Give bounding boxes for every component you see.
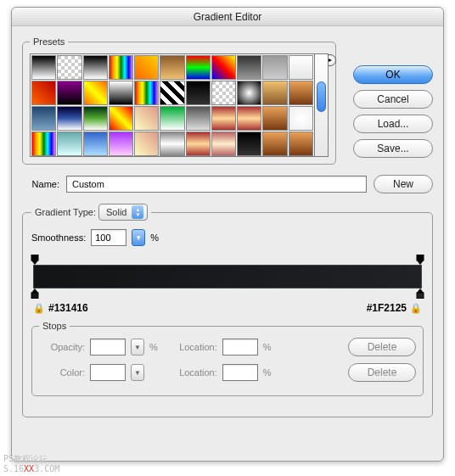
preset-swatch[interactable] [57, 106, 81, 131]
stops-legend: Stops [39, 321, 70, 331]
name-input[interactable] [66, 176, 367, 193]
new-button[interactable]: New [374, 175, 433, 193]
preset-swatch[interactable] [289, 81, 313, 105]
preset-swatch[interactable] [186, 55, 211, 80]
color-label: Color: [39, 367, 85, 378]
preset-swatch[interactable] [237, 55, 261, 80]
smoothness-label: Smoothness: [31, 232, 86, 243]
preset-swatch[interactable] [83, 55, 108, 80]
preset-swatch[interactable] [134, 55, 159, 80]
opacity-dropdown-icon[interactable]: ▼ [131, 339, 144, 356]
svg-marker-3 [417, 260, 424, 265]
right-hex: #1F2125 [367, 302, 407, 314]
opacity-location-input[interactable] [222, 339, 258, 356]
preset-swatch[interactable] [211, 55, 236, 80]
presets-scrollbar[interactable] [315, 53, 329, 157]
preset-swatch[interactable] [237, 132, 261, 156]
preset-swatch[interactable] [186, 132, 211, 156]
preset-swatch[interactable] [134, 106, 159, 131]
color-swatch-input[interactable] [90, 364, 126, 381]
preset-swatch[interactable] [134, 81, 159, 105]
smoothness-dropdown-icon[interactable]: ▼ [132, 229, 145, 246]
svg-marker-4 [31, 288, 38, 293]
presets-fieldset: Presets [22, 36, 336, 165]
color-stop-right[interactable] [416, 288, 424, 299]
chevron-updown-icon: ▲▼ [132, 205, 143, 219]
load-button[interactable]: Load... [353, 115, 433, 133]
opacity-input[interactable] [90, 339, 126, 356]
preset-swatch[interactable] [31, 81, 56, 105]
gradient-type-label: Gradient Type: [35, 207, 96, 217]
gradient-type-legend: Gradient Type: Solid ▲▼ [31, 204, 151, 221]
preset-swatch[interactable] [211, 132, 236, 156]
svg-rect-7 [417, 293, 424, 299]
preset-swatch[interactable] [289, 132, 313, 156]
color-stop-left[interactable] [31, 288, 39, 299]
svg-marker-1 [31, 260, 38, 265]
watermark: PS教程论坛 S.16XX3.COM [0, 452, 63, 476]
gradient-type-fieldset: Gradient Type: Solid ▲▼ Smoothness: ▼ % [22, 204, 433, 417]
preset-swatch[interactable] [262, 106, 287, 131]
preset-swatch[interactable] [109, 132, 133, 156]
dialog-title: Gradient Editor [12, 8, 443, 26]
gradient-editor-dialog: Gradient Editor ▸ OK Cancel Load... Save… [11, 7, 444, 462]
smoothness-input[interactable] [91, 229, 126, 246]
preset-swatch[interactable] [83, 132, 108, 156]
opacity-stop-left[interactable] [31, 255, 39, 265]
ok-button[interactable]: OK [353, 65, 433, 84]
percent-label: % [263, 342, 272, 352]
preset-swatch[interactable] [83, 81, 108, 105]
preset-swatch[interactable] [262, 55, 287, 80]
percent-label: % [150, 232, 159, 243]
preset-swatch[interactable] [134, 132, 159, 156]
lock-icon: 🔒 [33, 303, 45, 314]
stops-fieldset: Stops Opacity: ▼ % Location: % Delete Co… [31, 321, 424, 396]
preset-swatch[interactable] [57, 81, 81, 105]
color-location-input[interactable] [222, 364, 258, 381]
preset-swatch[interactable] [57, 55, 81, 80]
location-label: Location: [163, 367, 217, 378]
preset-swatch[interactable] [211, 81, 236, 105]
gradient-bar[interactable] [33, 265, 422, 288]
percent-label: % [149, 342, 158, 352]
delete-color-stop-button[interactable]: Delete [348, 363, 416, 382]
preset-swatch[interactable] [57, 132, 81, 156]
preset-swatch[interactable] [109, 55, 133, 80]
gradient-type-select[interactable]: Solid ▲▼ [98, 204, 148, 221]
lock-icon: 🔒 [410, 303, 422, 314]
preset-swatch[interactable] [211, 106, 236, 131]
opacity-stop-right[interactable] [416, 255, 424, 265]
delete-opacity-stop-button[interactable]: Delete [348, 338, 416, 356]
preset-swatch[interactable] [160, 55, 184, 80]
preset-swatch[interactable] [160, 132, 184, 156]
preset-swatch[interactable] [31, 106, 56, 131]
scroll-thumb[interactable] [317, 81, 326, 112]
preset-swatch[interactable] [31, 55, 56, 80]
cancel-button[interactable]: Cancel [353, 90, 433, 109]
preset-swatch[interactable] [262, 81, 287, 105]
svg-marker-6 [417, 288, 424, 293]
location-label: Location: [163, 342, 217, 352]
preset-swatch[interactable] [109, 81, 133, 105]
preset-swatch[interactable] [289, 55, 313, 80]
presets-grid[interactable] [30, 53, 315, 157]
preset-swatch[interactable] [186, 81, 211, 105]
svg-rect-5 [31, 293, 38, 299]
preset-swatch[interactable] [237, 106, 261, 131]
left-hex: #131416 [48, 302, 88, 314]
name-label: Name: [22, 179, 59, 189]
preset-swatch[interactable] [160, 81, 184, 105]
preset-swatch[interactable] [237, 81, 261, 105]
preset-swatch[interactable] [160, 106, 184, 131]
save-button[interactable]: Save... [353, 139, 433, 158]
preset-swatch[interactable] [186, 106, 211, 131]
preset-swatch[interactable] [289, 106, 313, 131]
gradient-type-value: Solid [106, 207, 126, 217]
preset-swatch[interactable] [262, 132, 287, 156]
preset-swatch[interactable] [83, 106, 108, 131]
preset-swatch[interactable] [109, 106, 133, 131]
color-dropdown-icon[interactable]: ▼ [131, 364, 144, 381]
svg-rect-0 [31, 255, 38, 260]
presets-legend: Presets [30, 36, 68, 47]
preset-swatch[interactable] [31, 132, 56, 156]
